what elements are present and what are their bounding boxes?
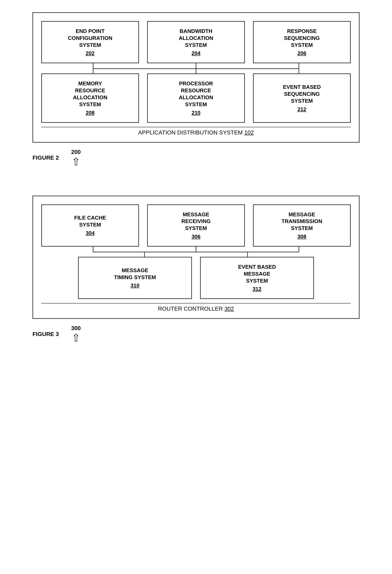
figure2-vline1-bot bbox=[93, 68, 93, 73]
event-msg-title: EVENT BASEDMESSAGESYSTEM bbox=[238, 264, 276, 284]
msg-transmission-box: MESSAGETRANSMISSIONSYSTEM 308 bbox=[253, 205, 351, 246]
figure3-vline2-top bbox=[196, 246, 196, 252]
figure3-vline3-top bbox=[299, 246, 299, 252]
figure2-container: END POINTCONFIGURATIONSYSTEM 202 BANDWID… bbox=[33, 12, 359, 183]
figure2-vline2-bot bbox=[196, 68, 196, 73]
figure3-vline1-bot bbox=[144, 252, 145, 257]
msg-receiving-box: MESSAGERECEIVINGSYSTEM 306 bbox=[147, 205, 245, 246]
response-seq-number: 206 bbox=[297, 50, 306, 57]
figure2-diagram-label: APPLICATION DISTRIBUTION SYSTEM 102 bbox=[41, 127, 351, 136]
processor-resource-box: PROCESSORRESOURCEALLOCATIONSYSTEM 210 bbox=[147, 73, 245, 123]
figure3-system-number: 302 bbox=[224, 306, 234, 312]
response-seq-title: RESPONSESEQUENCINGSYSTEM bbox=[284, 28, 320, 48]
figure3-arrow-label: 300 bbox=[71, 325, 81, 331]
figure3-container: FILE CACHESYSTEM 304 MESSAGERECEIVINGSYS… bbox=[33, 196, 359, 360]
figure3-label: FIGURE 3 bbox=[33, 331, 59, 337]
memory-resource-number: 208 bbox=[86, 110, 94, 116]
figure2-label: FIGURE 2 bbox=[33, 155, 59, 161]
figure3-vline2-bot bbox=[247, 252, 248, 257]
figure2-system-number: 102 bbox=[244, 129, 254, 136]
figure2-vline3-bot bbox=[299, 68, 299, 73]
event-msg-box: EVENT BASEDMESSAGESYSTEM 312 bbox=[200, 257, 314, 299]
figure2-vline3-top bbox=[299, 63, 299, 68]
up-arrow-icon: ⇧ bbox=[72, 156, 80, 167]
msg-timing-number: 310 bbox=[131, 282, 139, 289]
figure2-top-row: END POINTCONFIGURATIONSYSTEM 202 BANDWID… bbox=[41, 21, 351, 63]
figure3-top-row: FILE CACHESYSTEM 304 MESSAGERECEIVINGSYS… bbox=[41, 205, 351, 246]
event-msg-number: 312 bbox=[253, 286, 261, 292]
file-cache-title: FILE CACHESYSTEM bbox=[74, 214, 106, 228]
end-point-config-number: 202 bbox=[86, 50, 94, 57]
end-point-config-title: END POINTCONFIGURATIONSYSTEM bbox=[68, 28, 112, 48]
msg-transmission-number: 308 bbox=[297, 233, 306, 240]
msg-receiving-number: 306 bbox=[191, 233, 200, 240]
bandwidth-alloc-box: BANDWIDTHALLOCATIONSYSTEM 204 bbox=[147, 21, 245, 63]
figure2-arrow-label: 200 bbox=[71, 149, 81, 155]
figure3-hline bbox=[93, 252, 299, 252]
event-based-seq-number: 212 bbox=[297, 106, 306, 113]
processor-resource-title: PROCESSORRESOURCEALLOCATIONSYSTEM bbox=[179, 80, 213, 108]
event-based-seq-title: EVENT BASEDSEQUENCINGSYSTEM bbox=[283, 84, 321, 104]
figure2-vline2-top bbox=[196, 63, 196, 68]
figure3-diagram-label: ROUTER CONTROLLER 302 bbox=[41, 303, 351, 312]
figure3-connector-area bbox=[41, 246, 351, 257]
msg-timing-title: MESSAGETIMING SYSTEM bbox=[114, 267, 156, 281]
response-seq-box: RESPONSESEQUENCINGSYSTEM 206 bbox=[253, 21, 351, 63]
bandwidth-alloc-title: BANDWIDTHALLOCATIONSYSTEM bbox=[179, 28, 213, 48]
figure2-bottom-row: MEMORYRESOURCEALLOCATIONSYSTEM 208 PROCE… bbox=[41, 73, 351, 123]
processor-resource-number: 210 bbox=[191, 110, 200, 116]
end-point-config-box: END POINTCONFIGURATIONSYSTEM 202 bbox=[41, 21, 139, 63]
figure2-label-row: FIGURE 2 200 ⇧ bbox=[33, 149, 359, 167]
msg-receiving-title: MESSAGERECEIVINGSYSTEM bbox=[181, 211, 210, 232]
figure2-vline1-top bbox=[93, 63, 93, 68]
msg-timing-box: MESSAGETIMING SYSTEM 310 bbox=[78, 257, 192, 299]
figure2-diagram-box: END POINTCONFIGURATIONSYSTEM 202 BANDWID… bbox=[33, 12, 359, 143]
memory-resource-box: MEMORYRESOURCEALLOCATIONSYSTEM 208 bbox=[41, 73, 139, 123]
file-cache-number: 304 bbox=[86, 230, 94, 236]
event-based-seq-box: EVENT BASEDSEQUENCINGSYSTEM 212 bbox=[253, 73, 351, 123]
figure3-diagram-box: FILE CACHESYSTEM 304 MESSAGERECEIVINGSYS… bbox=[33, 196, 359, 319]
figure2-arrow: 200 ⇧ bbox=[71, 149, 81, 167]
file-cache-box: FILE CACHESYSTEM 304 bbox=[41, 205, 139, 246]
up-arrow-icon-3: ⇧ bbox=[72, 332, 80, 343]
figure2-connector-area bbox=[41, 63, 351, 73]
figure3-bottom-row: MESSAGETIMING SYSTEM 310 EVENT BASEDMESS… bbox=[78, 257, 314, 299]
msg-transmission-title: MESSAGETRANSMISSIONSYSTEM bbox=[281, 211, 322, 232]
bandwidth-alloc-number: 204 bbox=[191, 50, 200, 57]
figure3-arrow: 300 ⇧ bbox=[71, 325, 81, 343]
memory-resource-title: MEMORYRESOURCEALLOCATIONSYSTEM bbox=[73, 80, 108, 108]
figure3-vline1-top bbox=[93, 246, 93, 252]
figure3-label-row: FIGURE 3 300 ⇧ bbox=[33, 325, 359, 343]
